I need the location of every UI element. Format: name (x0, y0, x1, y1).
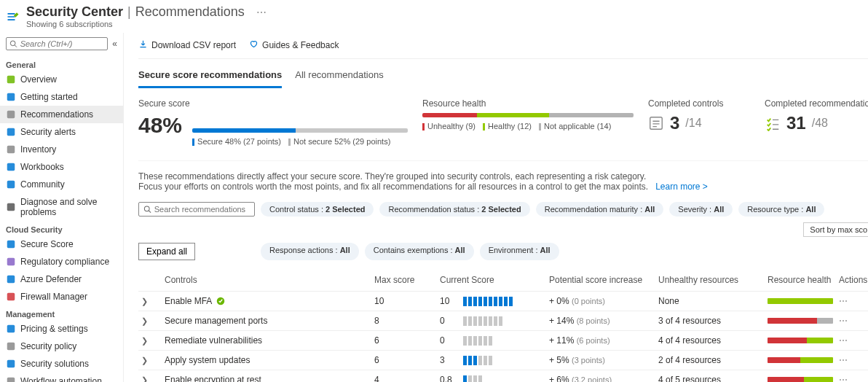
download-csv-button[interactable]: Download CSV report (138, 39, 236, 51)
svg-rect-2 (7, 76, 15, 84)
sidebar-item-regulatory-compliance[interactable]: Regulatory compliance (0, 253, 123, 270)
guides-feedback-button[interactable]: Guides & Feedback (249, 39, 339, 51)
checklist-icon (648, 115, 664, 131)
heart-icon (249, 39, 259, 51)
download-icon (138, 39, 148, 51)
sidebar-item-security-solutions[interactable]: Security solutions (0, 355, 123, 373)
row-actions-icon[interactable]: ⋯ (839, 296, 848, 306)
gear-icon (6, 341, 16, 351)
sidebar-item-pricing-settings[interactable]: Pricing & settings (0, 320, 123, 338)
box-icon (6, 144, 16, 155)
sidebar-item-secure-score[interactable]: Secure Score (0, 235, 123, 253)
sidebar-item-firewall-manager[interactable]: Firewall Manager (0, 288, 123, 305)
svg-rect-6 (7, 146, 15, 154)
sidebar-item-recommendations[interactable]: Recommendations (0, 106, 123, 123)
sidebar-item-workflow-automation[interactable]: Workflow automation (0, 373, 123, 382)
sidebar-item-getting-started[interactable]: Getting started (0, 88, 123, 106)
table-row[interactable]: ❯Remediate vulnerabilities 60+ 11% (6 po… (138, 330, 868, 350)
page-title: Recommendations (135, 4, 245, 20)
resource-health-bar (422, 113, 634, 117)
sidebar-item-azure-defender[interactable]: Azure Defender (0, 270, 123, 288)
row-actions-icon[interactable]: ⋯ (839, 335, 848, 346)
filter-pill[interactable]: Severity : All (669, 202, 733, 217)
chevron-right-icon[interactable]: ❯ (141, 356, 153, 365)
product-title: Security Center (26, 4, 123, 20)
search-icon (9, 39, 17, 48)
filter-pill[interactable]: Recommendation maturity : All (536, 202, 664, 217)
shield-alert-icon (6, 127, 16, 137)
sidebar-item-workbooks[interactable]: Workbooks (0, 158, 123, 176)
sidebar-item-security-policy[interactable]: Security policy (0, 338, 123, 355)
rocket-icon (6, 92, 16, 102)
row-actions-icon[interactable]: ⋯ (839, 316, 848, 326)
description: These recommendations directly affect yo… (138, 161, 868, 196)
svg-rect-15 (7, 343, 15, 351)
svg-rect-14 (7, 325, 15, 333)
search-box[interactable] (6, 37, 108, 50)
svg-line-22 (149, 211, 151, 213)
table-row[interactable]: ❯Enable MFA 1010+ 0% (0 points)None⋯ (138, 291, 868, 311)
row-actions-icon[interactable]: ⋯ (839, 375, 848, 382)
sidebar-item-community[interactable]: Community (0, 176, 123, 193)
svg-rect-11 (7, 258, 15, 266)
chevron-right-icon[interactable]: ❯ (141, 375, 153, 382)
filter-pill[interactable]: Control status : 2 Selected (261, 202, 374, 217)
controls-table: Controls Max score Current Score Potenti… (138, 268, 868, 382)
sidebar-group: General (0, 56, 123, 71)
resource-health-card: Resource health Unhealthy (9) Healthy (1… (422, 98, 634, 146)
svg-rect-3 (7, 93, 15, 101)
secure-score-bar (192, 128, 408, 133)
svg-rect-7 (7, 163, 15, 171)
wrench-icon (6, 202, 16, 212)
filter-pill[interactable]: Contains exemptions : All (365, 243, 474, 260)
filter-search-input[interactable] (154, 205, 250, 214)
secure-score-value: 48% (138, 113, 182, 138)
row-actions-icon[interactable]: ⋯ (839, 355, 848, 365)
tabs: Secure score recommendations All recomme… (138, 59, 868, 88)
security-center-icon (6, 9, 20, 24)
expand-all-button[interactable]: Expand all (138, 243, 195, 260)
svg-rect-9 (7, 203, 15, 211)
shield-check-icon (6, 239, 16, 249)
sidebar-item-inventory[interactable]: Inventory (0, 141, 123, 158)
book-icon (6, 162, 16, 172)
svg-point-0 (10, 41, 15, 46)
grid-icon (6, 359, 16, 369)
svg-rect-12 (7, 276, 15, 284)
chevron-right-icon[interactable]: ❯ (141, 336, 153, 346)
chevron-right-icon[interactable]: ❯ (141, 297, 153, 306)
collapse-sidebar-icon[interactable]: « (111, 37, 119, 50)
tab-all-recommendations[interactable]: All recommendations (295, 66, 383, 88)
filter-pill[interactable]: Resource type : All (738, 202, 824, 217)
filter-row: Control status : 2 SelectedRecommendatio… (138, 196, 868, 243)
filter-pill[interactable]: Response actions : All (261, 243, 359, 260)
sliders-icon (6, 324, 16, 334)
filter-pill[interactable]: Recommendation status : 2 Selected (379, 202, 529, 217)
sidebar-item-security-alerts[interactable]: Security alerts (0, 123, 123, 141)
badge-icon (6, 257, 16, 267)
filter-pill[interactable]: Environment : All (480, 243, 559, 260)
learn-more-link[interactable]: Learn more > (655, 182, 708, 192)
table-row[interactable]: ❯Apply system updates 63+ 5% (3 points)2… (138, 350, 868, 370)
search-input[interactable] (20, 39, 105, 48)
defender-icon (6, 274, 16, 284)
svg-rect-13 (7, 293, 15, 301)
more-menu[interactable]: ⋯ (256, 7, 267, 18)
check-list-icon (765, 115, 781, 131)
sidebar-item-diagnose-and-solve-problems[interactable]: Diagnose and solve problems (0, 193, 123, 221)
svg-rect-20 (650, 117, 663, 130)
table-row[interactable]: ❯Enable encryption at rest 40.8+ 6% (3.2… (138, 370, 868, 382)
main-content: Download CSV report Guides & Feedback Se… (124, 33, 868, 382)
svg-point-21 (144, 206, 149, 211)
secure-score-card: Secure score 48% Secure 48% (27 points) … (138, 98, 408, 146)
chevron-right-icon[interactable]: ❯ (141, 316, 153, 326)
sort-dropdown[interactable]: Sort by max score (803, 222, 868, 237)
svg-rect-16 (7, 360, 15, 368)
tab-secure-score[interactable]: Secure score recommendations (138, 66, 282, 88)
filter-search-box[interactable] (138, 202, 255, 217)
table-row[interactable]: ❯Secure management ports 80+ 14% (8 poin… (138, 311, 868, 330)
svg-line-1 (15, 45, 17, 47)
svg-rect-4 (7, 111, 15, 119)
table-header: Controls Max score Current Score Potenti… (138, 268, 868, 291)
sidebar-item-overview[interactable]: Overview (0, 71, 123, 88)
